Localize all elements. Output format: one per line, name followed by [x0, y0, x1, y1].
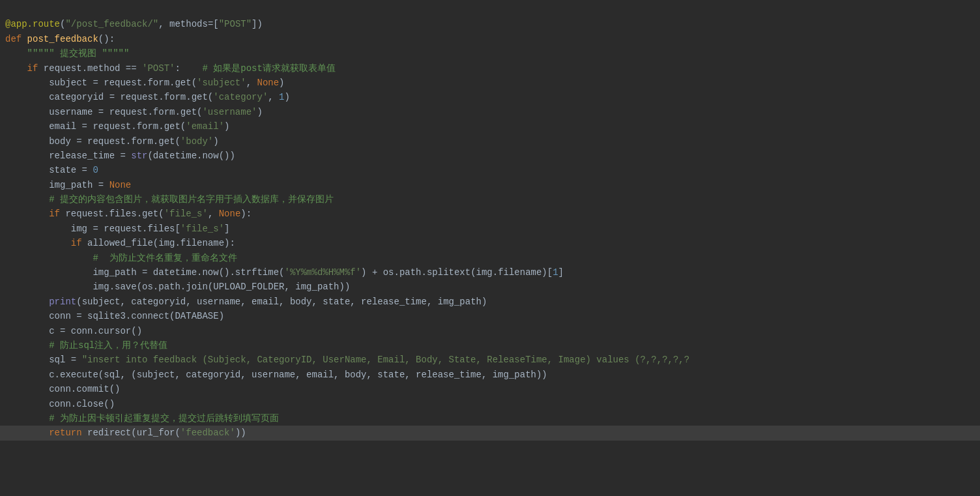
code-token: 'body' — [180, 136, 213, 147]
code-token: ]) — [252, 19, 263, 29]
code-token: , — [158, 19, 169, 29]
code-line-16: if allowed_file(img.filename): — [0, 236, 980, 250]
code-token: None — [109, 180, 132, 190]
code-token: img_path = datetime.now().strftime( — [5, 267, 284, 278]
code-token: "insert into feedback (Subjeck, Category… — [82, 355, 690, 365]
code-line-17: # 为防止文件名重复，重命名文件 — [0, 251, 980, 265]
code-token: if — [71, 238, 87, 248]
code-token: release_time = — [5, 151, 131, 161]
code-token: """"" 提交视图 """"" — [27, 48, 130, 59]
code-token: redirect(url_for( — [87, 428, 180, 438]
code-token: 'subject' — [197, 78, 246, 88]
code-token: # 防止sql注入，用？代替值 — [5, 340, 167, 351]
code-token: 'file_s' — [180, 224, 224, 234]
code-line-13: # 提交的内容包含图片，就获取图片名字用于插入数据库，并保存图片 — [0, 192, 980, 207]
code-token: 'category' — [213, 92, 268, 102]
code-line-18: img_path = datetime.now().strftime('%Y%m… — [0, 265, 980, 280]
code-token: @app.route — [5, 19, 60, 29]
code-line-28: # 为防止因卡顿引起重复提交，提交过后跳转到填写页面 — [0, 411, 980, 426]
code-token: methods — [169, 19, 208, 29]
code-line-19: img.save(os.path.join(UPLOAD_FOLDER, img… — [0, 280, 980, 294]
code-token: None — [257, 78, 280, 88]
code-token: str — [131, 151, 147, 161]
code-line-25: c.execute(sql, (subject, categoryid, use… — [0, 368, 980, 382]
code-line-4: if request.method == 'POST': # 如果是post请求… — [0, 61, 980, 76]
code-token: username = request.form.get( — [5, 107, 202, 117]
code-token: ) — [213, 136, 218, 147]
code-token: email = request.form.get( — [5, 121, 186, 132]
code-token: categoryid = request.form.get( — [5, 92, 213, 102]
code-line-15: img = request.files['file_s'] — [0, 222, 980, 236]
code-token: # 如果是post请求就获取表单值 — [192, 63, 336, 74]
code-token: , — [268, 92, 279, 102]
code-line-10: release_time = str(datetime.now()) — [0, 149, 980, 163]
code-token: )) — [235, 428, 246, 438]
code-token: (subject, categoryid, username, email, b… — [76, 297, 487, 307]
code-token: 'feedback' — [180, 428, 235, 438]
code-line-27: conn.close() — [0, 397, 980, 411]
code-line-22: c = conn.cursor() — [0, 324, 980, 338]
code-token — [5, 63, 27, 74]
code-line-6: categoryid = request.form.get('category'… — [0, 90, 980, 104]
code-line-2: def post_feedback(): — [0, 32, 980, 46]
code-token: subject = request.form.get( — [5, 78, 197, 88]
code-token — [5, 428, 49, 438]
code-token: request.files.get( — [65, 209, 164, 219]
code-token: =[ — [208, 19, 219, 29]
code-token: img = request.files[ — [5, 224, 180, 234]
code-token: (datetime.now()) — [147, 151, 235, 161]
code-token — [5, 297, 49, 307]
code-token: 'POST' — [142, 63, 175, 74]
code-line-11: state = 0 — [0, 163, 980, 177]
code-token: ) — [257, 107, 262, 117]
code-token: None — [219, 209, 241, 219]
code-token: c = conn.cursor() — [5, 326, 142, 336]
code-token: state = — [5, 165, 93, 175]
code-token: ): — [240, 209, 252, 219]
code-token: if — [49, 209, 65, 219]
code-token: post_feedback — [27, 34, 98, 44]
code-token: img.save(os.path.join(UPLOAD_FOLDER, img… — [5, 282, 350, 292]
code-token: c.execute(sql, (subject, categoryid, use… — [5, 370, 547, 380]
code-token: 0 — [93, 165, 98, 175]
code-token — [5, 209, 49, 219]
code-line-5: subject = request.form.get('subject', No… — [0, 76, 980, 90]
code-line-7: username = request.form.get('username') — [0, 105, 980, 119]
code-token — [5, 48, 27, 59]
code-token: # 提交的内容包含图片，就获取图片名字用于插入数据库，并保存图片 — [5, 194, 334, 205]
code-token: conn.commit() — [5, 384, 120, 394]
code-line-21: conn = sqlite3.connect(DATABASE) — [0, 309, 980, 323]
code-token: '%Y%m%d%H%M%f' — [284, 267, 361, 278]
code-line-12: img_path = None — [0, 178, 980, 192]
code-token: request.method == — [44, 63, 142, 74]
code-token: print — [49, 297, 76, 307]
code-token: return — [49, 428, 87, 438]
code-token: 1 — [553, 267, 558, 278]
code-token: ) — [285, 92, 290, 102]
code-token: # 为防止因卡顿引起重复提交，提交过后跳转到填写页面 — [5, 413, 279, 424]
code-token: conn = sqlite3.connect(DATABASE) — [5, 311, 224, 321]
code-token: ] — [224, 224, 229, 234]
code-token: conn.close() — [5, 399, 115, 409]
code-line-8: email = request.form.get('email') — [0, 119, 980, 134]
code-line-9: body = request.form.get('body') — [0, 134, 980, 149]
code-token: , — [208, 209, 219, 219]
code-line-3: """"" 提交视图 """"" — [0, 46, 980, 61]
code-token: , — [246, 78, 257, 88]
code-token: 'email' — [186, 121, 224, 132]
code-token: sql = — [5, 355, 82, 365]
code-line-1: @app.route("/post_feedback/", methods=["… — [0, 17, 980, 31]
code-line-29: return redirect(url_for('feedback')) — [0, 426, 980, 440]
code-token: ) + os.path.splitext(img.filename)[ — [361, 267, 553, 278]
code-token: "/post_feedback/" — [65, 19, 158, 29]
code-token: : — [175, 63, 191, 74]
code-line-26: conn.commit() — [0, 382, 980, 396]
code-token: img_path = — [5, 180, 109, 190]
code-editor: @app.route("/post_feedback/", methods=["… — [0, 0, 980, 443]
code-token: body = request.form.get( — [5, 136, 180, 147]
code-line-23: # 防止sql注入，用？代替值 — [0, 338, 980, 353]
code-token: # 为防止文件名重复，重命名文件 — [5, 253, 237, 263]
code-token: ) — [224, 121, 229, 132]
code-token: ] — [558, 267, 564, 278]
code-token: def — [5, 34, 27, 44]
